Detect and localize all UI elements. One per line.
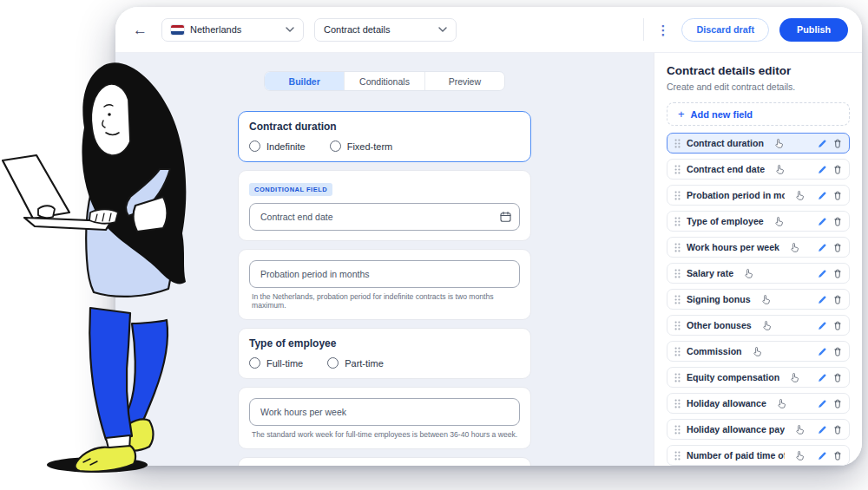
- calendar-icon: [500, 212, 511, 223]
- work-hours-input[interactable]: [249, 398, 520, 426]
- country-select[interactable]: Netherlands: [161, 18, 304, 42]
- field-row[interactable]: Holiday allowance: [667, 393, 850, 414]
- drag-handle-icon[interactable]: [674, 295, 681, 304]
- chevron-down-icon: [438, 27, 447, 32]
- edit-pencil-icon[interactable]: [818, 451, 827, 461]
- drag-handle-icon[interactable]: [674, 217, 681, 226]
- field-row-label: Contract end date: [687, 164, 765, 174]
- edit-pencil-icon[interactable]: [818, 191, 827, 200]
- card-salary-rate[interactable]: Salary rate: [238, 457, 531, 466]
- delete-trash-icon[interactable]: [833, 165, 842, 174]
- tab-builder[interactable]: Builder: [265, 72, 345, 90]
- publish-button[interactable]: Publish: [779, 18, 848, 42]
- edit-pencil-icon[interactable]: [818, 347, 827, 356]
- delete-trash-icon[interactable]: [833, 191, 842, 200]
- drag-handle-icon[interactable]: [674, 373, 681, 382]
- drag-handle-icon[interactable]: [674, 191, 681, 200]
- field-row[interactable]: Other bonuses: [667, 315, 850, 336]
- page: ← Netherlands Contract details ⋮ Discard…: [0, 0, 868, 490]
- card-title: Type of employee: [249, 337, 520, 350]
- delete-trash-icon[interactable]: [833, 243, 842, 252]
- back-icon[interactable]: ←: [133, 23, 148, 37]
- delete-trash-icon[interactable]: [833, 347, 842, 356]
- delete-trash-icon[interactable]: [833, 217, 842, 226]
- field-row[interactable]: Probation period in months: [667, 185, 850, 206]
- template-select[interactable]: Contract details: [314, 18, 457, 42]
- edit-pencil-icon[interactable]: [818, 165, 827, 174]
- helper-text: The standard work week for full-time emp…: [252, 430, 520, 439]
- delete-trash-icon[interactable]: [833, 373, 842, 382]
- editor-panel: Contract details editor Create and edit …: [654, 53, 862, 466]
- radio-label: Indefinite: [266, 141, 306, 152]
- radio-label: Part-time: [345, 358, 384, 369]
- edit-pencil-icon[interactable]: [818, 399, 827, 408]
- field-row-label: Contract duration: [687, 138, 764, 148]
- hand-cursor-icon: [794, 450, 806, 461]
- card-contract-end-date[interactable]: CONDITIONAL FIELD: [238, 170, 531, 241]
- delete-trash-icon[interactable]: [833, 399, 842, 408]
- radio-indefinite[interactable]: Indefinite: [249, 140, 306, 152]
- card-contract-duration[interactable]: Contract duration Indefinite Fixed-term: [238, 111, 531, 162]
- edit-pencil-icon[interactable]: [818, 373, 827, 382]
- tab-conditionals[interactable]: Conditionals: [345, 72, 424, 90]
- tab-preview[interactable]: Preview: [425, 72, 504, 90]
- delete-trash-icon[interactable]: [833, 295, 842, 304]
- card-probation-period[interactable]: In the Netherlands, probation period for…: [238, 249, 531, 320]
- edit-pencil-icon[interactable]: [818, 321, 827, 330]
- add-new-field-button[interactable]: + Add new field: [667, 102, 850, 126]
- field-row[interactable]: Equity compensation: [667, 367, 850, 388]
- discard-draft-button[interactable]: Discard draft: [681, 18, 769, 42]
- chevron-down-icon: [286, 27, 294, 32]
- person-illustration: [0, 48, 204, 486]
- delete-trash-icon[interactable]: [833, 425, 842, 434]
- field-row-label: Type of employee: [687, 216, 764, 226]
- field-row[interactable]: Signing bonus: [667, 289, 850, 310]
- field-row[interactable]: Work hours per week: [667, 237, 850, 258]
- kebab-menu-icon[interactable]: ⋮: [654, 23, 671, 36]
- helper-text: In the Netherlands, probation period for…: [252, 292, 520, 310]
- radio-full-time[interactable]: Full-time: [249, 357, 303, 369]
- drag-handle-icon[interactable]: [674, 399, 681, 408]
- drag-handle-icon[interactable]: [674, 243, 681, 252]
- field-row[interactable]: Commission: [667, 341, 850, 362]
- card-work-hours[interactable]: The standard work week for full-time emp…: [238, 387, 531, 449]
- edit-pencil-icon[interactable]: [818, 243, 827, 252]
- hand-cursor-icon: [789, 242, 800, 253]
- drag-handle-icon[interactable]: [674, 425, 681, 434]
- card-type-of-employee[interactable]: Type of employee Full-time Part-time: [238, 328, 531, 379]
- drag-handle-icon[interactable]: [674, 269, 681, 278]
- field-row-label: Probation period in months: [687, 190, 785, 200]
- field-row[interactable]: Contract end date: [667, 159, 850, 180]
- edit-pencil-icon[interactable]: [818, 425, 827, 434]
- drag-handle-icon[interactable]: [674, 451, 681, 461]
- plus-icon: +: [678, 108, 685, 120]
- edit-pencil-icon[interactable]: [818, 295, 827, 304]
- field-row-label: Equity compensation: [687, 372, 779, 382]
- panel-title: Contract details editor: [667, 64, 850, 77]
- field-row[interactable]: Salary rate: [667, 263, 850, 284]
- contract-end-date-input[interactable]: [249, 203, 520, 231]
- probation-period-input[interactable]: [249, 260, 520, 288]
- delete-trash-icon[interactable]: [833, 269, 842, 278]
- edit-pencil-icon[interactable]: [818, 269, 827, 278]
- delete-trash-icon[interactable]: [833, 321, 842, 330]
- edit-pencil-icon[interactable]: [818, 217, 827, 226]
- radio-part-time[interactable]: Part-time: [327, 357, 384, 369]
- delete-trash-icon[interactable]: [833, 139, 842, 148]
- radio-label: Full-time: [266, 358, 303, 369]
- drag-handle-icon[interactable]: [674, 139, 681, 148]
- hand-cursor-icon: [794, 424, 806, 435]
- drag-handle-icon[interactable]: [674, 321, 681, 330]
- drag-handle-icon[interactable]: [674, 165, 681, 174]
- edit-pencil-icon[interactable]: [818, 139, 827, 148]
- hand-cursor-icon: [774, 164, 786, 175]
- field-row[interactable]: Holiday allowance payment fre...: [667, 419, 850, 440]
- hand-cursor-icon: [761, 320, 773, 331]
- radio-fixed-term[interactable]: Fixed-term: [330, 140, 393, 152]
- field-row[interactable]: Contract duration: [667, 133, 850, 154]
- delete-trash-icon[interactable]: [833, 451, 842, 461]
- field-row-label: Number of paid time off days: [687, 450, 785, 461]
- field-row[interactable]: Type of employee: [667, 211, 850, 232]
- field-row[interactable]: Number of paid time off days: [667, 445, 850, 466]
- drag-handle-icon[interactable]: [674, 347, 681, 356]
